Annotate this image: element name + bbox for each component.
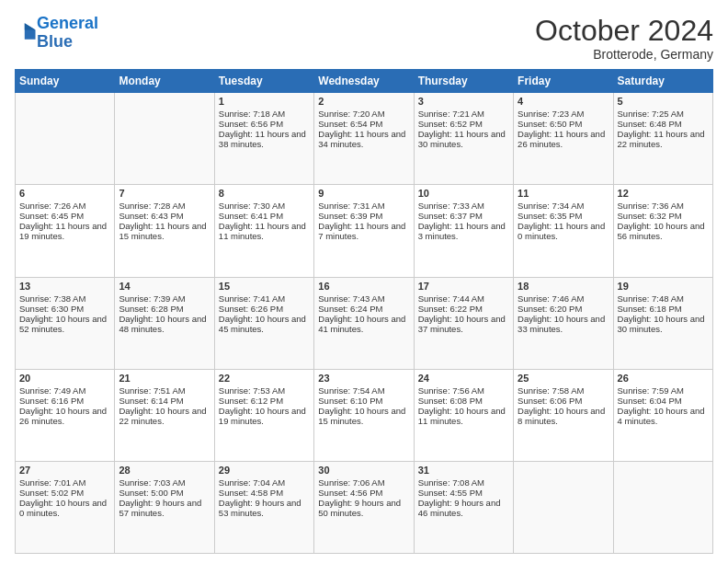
day-info: Daylight: 10 hours and 56 minutes. <box>618 221 709 241</box>
calendar-day: 15Sunrise: 7:41 AMSunset: 6:26 PMDayligh… <box>214 277 313 369</box>
day-info: Sunrise: 7:06 AM <box>318 477 409 488</box>
svg-marker-1 <box>25 23 36 29</box>
day-info: Sunrise: 7:41 AM <box>219 293 310 304</box>
day-number: 11 <box>518 188 609 199</box>
calendar-day: 23Sunrise: 7:54 AMSunset: 6:10 PMDayligh… <box>314 369 414 461</box>
calendar-day: 8Sunrise: 7:30 AMSunset: 6:41 PMDaylight… <box>214 185 313 277</box>
day-number: 22 <box>219 373 310 384</box>
day-number: 28 <box>119 465 210 476</box>
month-title: October 2024 <box>535 15 713 47</box>
day-info: Sunrise: 7:48 AM <box>618 293 709 304</box>
day-info: Daylight: 9 hours and 46 minutes. <box>418 498 509 518</box>
day-info: Sunset: 6:35 PM <box>518 211 609 221</box>
day-info: Sunset: 6:45 PM <box>19 211 110 221</box>
calendar-day: 26Sunrise: 7:59 AMSunset: 6:04 PMDayligh… <box>613 369 712 461</box>
day-info: Sunrise: 7:31 AM <box>318 201 409 211</box>
day-number: 18 <box>518 281 609 292</box>
day-info: Daylight: 11 hours and 7 minutes. <box>318 221 409 241</box>
day-info: Daylight: 10 hours and 4 minutes. <box>618 406 709 426</box>
calendar-day: 25Sunrise: 7:58 AMSunset: 6:06 PMDayligh… <box>514 369 613 461</box>
day-number: 12 <box>618 188 709 199</box>
header: General Blue October 2024 Brotterode, Ge… <box>15 15 713 62</box>
logo-blue: Blue <box>37 32 73 51</box>
calendar-day: 4Sunrise: 7:23 AMSunset: 6:50 PMDaylight… <box>514 93 613 185</box>
day-number: 26 <box>618 373 709 384</box>
calendar-day: 2Sunrise: 7:20 AMSunset: 6:54 PMDaylight… <box>314 93 414 185</box>
day-info: Sunrise: 7:43 AM <box>318 293 409 304</box>
calendar-empty <box>613 461 712 553</box>
day-info: Sunset: 6:24 PM <box>318 304 409 314</box>
day-info: Sunset: 6:43 PM <box>119 211 210 221</box>
day-info: Sunset: 6:06 PM <box>518 396 609 406</box>
calendar-day: 27Sunrise: 7:01 AMSunset: 5:02 PMDayligh… <box>16 461 115 553</box>
day-info: Daylight: 10 hours and 8 minutes. <box>518 406 609 426</box>
weekday-header: Wednesday <box>314 70 414 93</box>
day-number: 19 <box>618 281 709 292</box>
day-info: Sunrise: 7:03 AM <box>119 477 210 488</box>
day-info: Sunrise: 7:23 AM <box>518 109 609 119</box>
day-info: Daylight: 10 hours and 33 minutes. <box>518 314 609 334</box>
day-info: Sunset: 6:14 PM <box>119 396 210 406</box>
weekday-header: Monday <box>115 70 214 93</box>
calendar-day: 30Sunrise: 7:06 AMSunset: 4:56 PMDayligh… <box>314 461 414 553</box>
logo-text: General Blue <box>37 15 98 52</box>
day-info: Sunset: 6:16 PM <box>19 396 110 406</box>
day-info: Sunrise: 7:25 AM <box>618 109 709 119</box>
day-info: Sunset: 6:52 PM <box>418 119 509 129</box>
day-number: 13 <box>19 281 110 292</box>
calendar-day: 21Sunrise: 7:51 AMSunset: 6:14 PMDayligh… <box>115 369 214 461</box>
calendar-empty <box>514 461 613 553</box>
day-info: Sunrise: 7:59 AM <box>618 385 709 396</box>
day-number: 6 <box>19 188 110 199</box>
day-info: Daylight: 10 hours and 19 minutes. <box>219 406 310 426</box>
day-info: Sunset: 5:02 PM <box>19 488 110 498</box>
day-info: Daylight: 11 hours and 38 minutes. <box>219 129 310 149</box>
day-info: Daylight: 11 hours and 3 minutes. <box>418 221 509 241</box>
day-number: 30 <box>318 465 409 476</box>
day-info: Sunrise: 7:34 AM <box>518 201 609 211</box>
day-info: Daylight: 9 hours and 57 minutes. <box>119 498 210 518</box>
day-number: 10 <box>418 188 509 199</box>
day-info: Daylight: 10 hours and 30 minutes. <box>618 314 709 334</box>
calendar-day: 5Sunrise: 7:25 AMSunset: 6:48 PMDaylight… <box>613 93 712 185</box>
day-info: Daylight: 10 hours and 48 minutes. <box>119 314 210 334</box>
day-info: Sunset: 6:20 PM <box>518 304 609 314</box>
logo-icon <box>17 21 37 41</box>
day-info: Sunrise: 7:28 AM <box>119 201 210 211</box>
day-number: 31 <box>418 465 509 476</box>
day-info: Daylight: 10 hours and 41 minutes. <box>318 314 409 334</box>
day-info: Sunrise: 7:46 AM <box>518 293 609 304</box>
day-info: Sunset: 6:08 PM <box>418 396 509 406</box>
day-info: Sunset: 6:41 PM <box>219 211 310 221</box>
day-number: 20 <box>19 373 110 384</box>
day-info: Sunset: 6:32 PM <box>618 211 709 221</box>
day-number: 8 <box>219 188 310 199</box>
calendar-day: 28Sunrise: 7:03 AMSunset: 5:00 PMDayligh… <box>115 461 214 553</box>
day-info: Sunrise: 7:56 AM <box>418 385 509 396</box>
page: General Blue October 2024 Brotterode, Ge… <box>0 0 728 563</box>
day-info: Sunset: 6:37 PM <box>418 211 509 221</box>
calendar-day: 12Sunrise: 7:36 AMSunset: 6:32 PMDayligh… <box>613 185 712 277</box>
calendar-day: 19Sunrise: 7:48 AMSunset: 6:18 PMDayligh… <box>613 277 712 369</box>
day-info: Sunrise: 7:39 AM <box>119 293 210 304</box>
calendar-day: 22Sunrise: 7:53 AMSunset: 6:12 PMDayligh… <box>214 369 313 461</box>
calendar-day: 13Sunrise: 7:38 AMSunset: 6:30 PMDayligh… <box>16 277 115 369</box>
day-info: Daylight: 9 hours and 50 minutes. <box>318 498 409 518</box>
day-info: Daylight: 10 hours and 22 minutes. <box>119 406 210 426</box>
day-info: Daylight: 11 hours and 34 minutes. <box>318 129 409 149</box>
calendar-day: 31Sunrise: 7:08 AMSunset: 4:55 PMDayligh… <box>414 461 513 553</box>
day-info: Sunset: 4:55 PM <box>418 488 509 498</box>
day-number: 14 <box>119 281 210 292</box>
day-info: Sunset: 6:54 PM <box>318 119 409 129</box>
day-info: Sunset: 6:04 PM <box>618 396 709 406</box>
calendar-day: 24Sunrise: 7:56 AMSunset: 6:08 PMDayligh… <box>414 369 513 461</box>
day-info: Sunrise: 7:01 AM <box>19 477 110 488</box>
calendar-day: 17Sunrise: 7:44 AMSunset: 6:22 PMDayligh… <box>414 277 513 369</box>
day-info: Sunrise: 7:49 AM <box>19 385 110 396</box>
calendar-day: 20Sunrise: 7:49 AMSunset: 6:16 PMDayligh… <box>16 369 115 461</box>
calendar-day: 29Sunrise: 7:04 AMSunset: 4:58 PMDayligh… <box>214 461 313 553</box>
day-info: Sunset: 6:50 PM <box>518 119 609 129</box>
calendar-day: 3Sunrise: 7:21 AMSunset: 6:52 PMDaylight… <box>414 93 513 185</box>
weekday-header: Tuesday <box>214 70 313 93</box>
location: Brotterode, Germany <box>535 47 713 62</box>
